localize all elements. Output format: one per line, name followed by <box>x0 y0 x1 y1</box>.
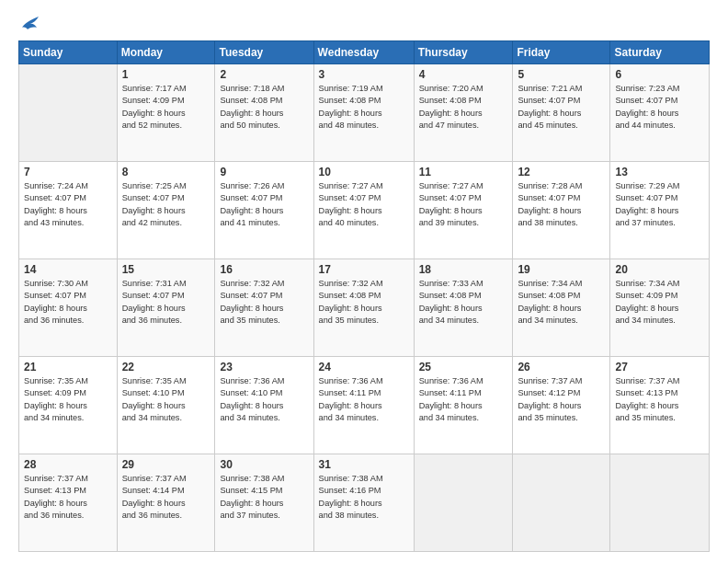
day-info: Sunrise: 7:32 AM Sunset: 4:07 PM Dayligh… <box>220 278 308 327</box>
day-cell <box>610 454 710 552</box>
day-number: 13 <box>615 166 704 178</box>
day-number: 6 <box>615 68 704 81</box>
day-number: 31 <box>319 458 409 471</box>
day-cell: 20Sunrise: 7:34 AM Sunset: 4:09 PM Dayli… <box>610 259 710 357</box>
day-cell: 10Sunrise: 7:27 AM Sunset: 4:07 PM Dayli… <box>313 162 414 259</box>
day-cell: 25Sunrise: 7:36 AM Sunset: 4:11 PM Dayli… <box>414 357 513 454</box>
calendar-table: SundayMondayTuesdayWednesdayThursdayFrid… <box>18 40 710 552</box>
day-cell: 24Sunrise: 7:36 AM Sunset: 4:11 PM Dayli… <box>313 357 414 454</box>
day-info: Sunrise: 7:20 AM Sunset: 4:08 PM Dayligh… <box>419 83 508 132</box>
day-number: 2 <box>220 68 308 81</box>
week-row-2: 7Sunrise: 7:24 AM Sunset: 4:07 PM Daylig… <box>19 162 710 259</box>
day-info: Sunrise: 7:23 AM Sunset: 4:07 PM Dayligh… <box>615 83 704 132</box>
day-info: Sunrise: 7:38 AM Sunset: 4:15 PM Dayligh… <box>220 473 308 522</box>
day-info: Sunrise: 7:36 AM Sunset: 4:11 PM Dayligh… <box>419 375 508 424</box>
day-header-monday: Monday <box>117 41 215 64</box>
day-info: Sunrise: 7:18 AM Sunset: 4:08 PM Dayligh… <box>220 83 308 132</box>
day-number: 28 <box>24 458 112 471</box>
day-cell: 18Sunrise: 7:33 AM Sunset: 4:08 PM Dayli… <box>414 259 513 357</box>
day-info: Sunrise: 7:35 AM Sunset: 4:09 PM Dayligh… <box>24 375 112 424</box>
logo <box>18 15 40 31</box>
day-cell: 7Sunrise: 7:24 AM Sunset: 4:07 PM Daylig… <box>19 162 118 259</box>
day-info: Sunrise: 7:27 AM Sunset: 4:07 PM Dayligh… <box>319 180 409 229</box>
day-number: 12 <box>518 166 605 178</box>
day-number: 23 <box>220 361 308 373</box>
day-info: Sunrise: 7:37 AM Sunset: 4:14 PM Dayligh… <box>122 473 210 522</box>
day-info: Sunrise: 7:29 AM Sunset: 4:07 PM Dayligh… <box>615 180 704 229</box>
day-cell: 17Sunrise: 7:32 AM Sunset: 4:08 PM Dayli… <box>313 259 414 357</box>
day-cell: 3Sunrise: 7:19 AM Sunset: 4:08 PM Daylig… <box>313 64 414 162</box>
day-cell: 2Sunrise: 7:18 AM Sunset: 4:08 PM Daylig… <box>215 64 313 162</box>
day-info: Sunrise: 7:34 AM Sunset: 4:09 PM Dayligh… <box>615 278 704 327</box>
day-cell: 8Sunrise: 7:25 AM Sunset: 4:07 PM Daylig… <box>117 162 215 259</box>
day-number: 1 <box>122 68 210 81</box>
calendar-header: SundayMondayTuesdayWednesdayThursdayFrid… <box>19 41 710 64</box>
day-number: 17 <box>319 263 409 276</box>
day-info: Sunrise: 7:19 AM Sunset: 4:08 PM Dayligh… <box>319 83 409 132</box>
day-number: 16 <box>220 263 308 276</box>
day-cell: 31Sunrise: 7:38 AM Sunset: 4:16 PM Dayli… <box>313 454 414 552</box>
page: SundayMondayTuesdayWednesdayThursdayFrid… <box>0 0 728 563</box>
day-number: 9 <box>220 166 308 178</box>
day-header-saturday: Saturday <box>610 41 710 64</box>
day-number: 3 <box>319 68 409 81</box>
day-info: Sunrise: 7:28 AM Sunset: 4:07 PM Dayligh… <box>518 180 605 229</box>
day-info: Sunrise: 7:26 AM Sunset: 4:07 PM Dayligh… <box>220 180 308 229</box>
day-cell <box>513 454 610 552</box>
day-cell: 29Sunrise: 7:37 AM Sunset: 4:14 PM Dayli… <box>117 454 215 552</box>
day-info: Sunrise: 7:36 AM Sunset: 4:11 PM Dayligh… <box>319 375 409 424</box>
day-header-thursday: Thursday <box>414 41 513 64</box>
day-number: 21 <box>24 361 112 373</box>
day-cell: 23Sunrise: 7:36 AM Sunset: 4:10 PM Dayli… <box>215 357 313 454</box>
day-info: Sunrise: 7:33 AM Sunset: 4:08 PM Dayligh… <box>419 278 508 327</box>
day-number: 27 <box>615 361 704 373</box>
day-number: 5 <box>518 68 605 81</box>
day-number: 22 <box>122 361 210 373</box>
day-info: Sunrise: 7:17 AM Sunset: 4:09 PM Dayligh… <box>122 83 210 132</box>
day-number: 30 <box>220 458 308 471</box>
day-number: 20 <box>615 263 704 276</box>
day-number: 18 <box>419 263 508 276</box>
week-row-4: 21Sunrise: 7:35 AM Sunset: 4:09 PM Dayli… <box>19 357 710 454</box>
day-cell: 15Sunrise: 7:31 AM Sunset: 4:07 PM Dayli… <box>117 259 215 357</box>
header-row: SundayMondayTuesdayWednesdayThursdayFrid… <box>19 41 710 64</box>
day-info: Sunrise: 7:38 AM Sunset: 4:16 PM Dayligh… <box>319 473 409 522</box>
day-info: Sunrise: 7:37 AM Sunset: 4:12 PM Dayligh… <box>518 375 605 424</box>
day-cell: 28Sunrise: 7:37 AM Sunset: 4:13 PM Dayli… <box>19 454 118 552</box>
day-header-tuesday: Tuesday <box>215 41 313 64</box>
day-cell: 22Sunrise: 7:35 AM Sunset: 4:10 PM Dayli… <box>117 357 215 454</box>
day-number: 29 <box>122 458 210 471</box>
day-info: Sunrise: 7:37 AM Sunset: 4:13 PM Dayligh… <box>24 473 112 522</box>
day-number: 24 <box>319 361 409 373</box>
week-row-5: 28Sunrise: 7:37 AM Sunset: 4:13 PM Dayli… <box>19 454 710 552</box>
day-number: 7 <box>24 166 112 178</box>
day-cell: 12Sunrise: 7:28 AM Sunset: 4:07 PM Dayli… <box>513 162 610 259</box>
week-row-3: 14Sunrise: 7:30 AM Sunset: 4:07 PM Dayli… <box>19 259 710 357</box>
day-number: 8 <box>122 166 210 178</box>
day-info: Sunrise: 7:32 AM Sunset: 4:08 PM Dayligh… <box>319 278 409 327</box>
day-cell: 6Sunrise: 7:23 AM Sunset: 4:07 PM Daylig… <box>610 64 710 162</box>
day-cell <box>19 64 118 162</box>
logo-bird-icon <box>20 15 40 31</box>
day-info: Sunrise: 7:31 AM Sunset: 4:07 PM Dayligh… <box>122 278 210 327</box>
day-number: 15 <box>122 263 210 276</box>
day-number: 26 <box>518 361 605 373</box>
day-info: Sunrise: 7:27 AM Sunset: 4:07 PM Dayligh… <box>419 180 508 229</box>
day-info: Sunrise: 7:25 AM Sunset: 4:07 PM Dayligh… <box>122 180 210 229</box>
day-cell: 30Sunrise: 7:38 AM Sunset: 4:15 PM Dayli… <box>215 454 313 552</box>
day-cell: 4Sunrise: 7:20 AM Sunset: 4:08 PM Daylig… <box>414 64 513 162</box>
day-cell: 19Sunrise: 7:34 AM Sunset: 4:08 PM Dayli… <box>513 259 610 357</box>
calendar-body: 1Sunrise: 7:17 AM Sunset: 4:09 PM Daylig… <box>19 64 710 552</box>
day-info: Sunrise: 7:36 AM Sunset: 4:10 PM Dayligh… <box>220 375 308 424</box>
day-cell: 14Sunrise: 7:30 AM Sunset: 4:07 PM Dayli… <box>19 259 118 357</box>
day-number: 25 <box>419 361 508 373</box>
day-cell: 9Sunrise: 7:26 AM Sunset: 4:07 PM Daylig… <box>215 162 313 259</box>
day-cell: 1Sunrise: 7:17 AM Sunset: 4:09 PM Daylig… <box>117 64 215 162</box>
day-cell: 16Sunrise: 7:32 AM Sunset: 4:07 PM Dayli… <box>215 259 313 357</box>
day-number: 4 <box>419 68 508 81</box>
day-cell: 26Sunrise: 7:37 AM Sunset: 4:12 PM Dayli… <box>513 357 610 454</box>
day-header-wednesday: Wednesday <box>313 41 414 64</box>
week-row-1: 1Sunrise: 7:17 AM Sunset: 4:09 PM Daylig… <box>19 64 710 162</box>
day-cell: 27Sunrise: 7:37 AM Sunset: 4:13 PM Dayli… <box>610 357 710 454</box>
day-cell: 21Sunrise: 7:35 AM Sunset: 4:09 PM Dayli… <box>19 357 118 454</box>
